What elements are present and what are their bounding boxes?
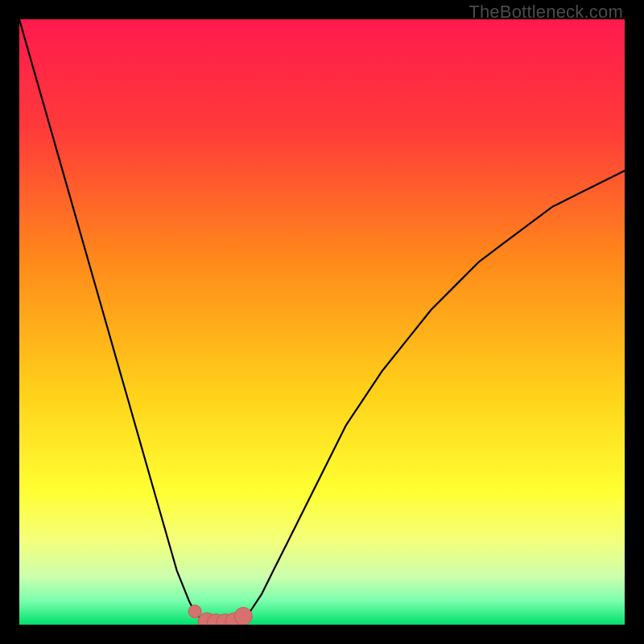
bottleneck-chart — [19, 19, 625, 625]
watermark-text: TheBottleneck.com — [469, 2, 623, 23]
optimal-marker — [188, 605, 201, 618]
gradient-background — [19, 19, 625, 625]
optimal-marker — [234, 608, 252, 625]
plot-frame — [19, 19, 625, 625]
